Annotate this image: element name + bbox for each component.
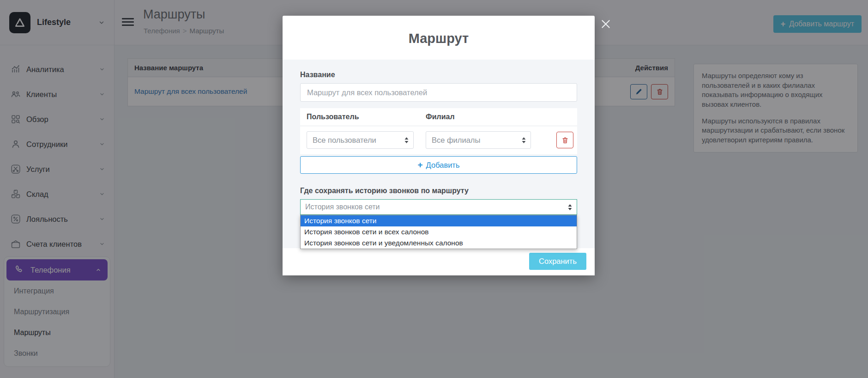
delete-row-button[interactable] [556, 132, 573, 148]
user-select[interactable]: Все пользователи [307, 131, 414, 149]
select-arrows-icon [522, 137, 526, 143]
plus-icon: + [417, 160, 422, 170]
history-options-list: История звонков сети История звонков сет… [300, 215, 577, 249]
branch-select-value: Все филиалы [432, 136, 480, 145]
select-arrows-icon [404, 137, 409, 143]
column-header-branch: Филиал [426, 113, 531, 121]
history-select[interactable]: История звонков сети [300, 199, 577, 215]
route-modal: Маршрут Название Пользователь Филиал Все… [283, 16, 595, 275]
user-branch-card: Пользователь Филиал Все пользователи Все… [300, 108, 577, 154]
column-header-user: Пользователь [307, 113, 414, 121]
history-option[interactable]: История звонков сети [301, 215, 577, 226]
modal-footer: Сохранить [283, 248, 595, 275]
save-button[interactable]: Сохранить [529, 253, 586, 270]
route-name-input[interactable] [300, 83, 577, 102]
branch-select[interactable]: Все филиалы [426, 131, 531, 149]
history-select-value: История звонков сети [305, 203, 380, 211]
add-row-button[interactable]: + Добавить [300, 156, 577, 174]
user-select-value: Все пользователи [313, 136, 376, 145]
user-branch-header-row: Пользователь Филиал [300, 108, 577, 126]
select-arrows-icon [568, 204, 572, 210]
modal-title: Маршрут [409, 31, 469, 46]
history-label: Где сохранять историю звонков по маршрут… [300, 187, 577, 195]
add-row-button-label: Добавить [426, 161, 460, 170]
name-label: Название [300, 71, 577, 79]
modal-body: Название Пользователь Филиал Все пользов… [283, 60, 595, 248]
close-icon[interactable] [600, 18, 612, 30]
history-dropdown: История звонков сети История звонков сет… [300, 199, 577, 215]
user-branch-row: Все пользователи Все филиалы [300, 126, 577, 154]
trash-icon [561, 136, 569, 144]
modal-header: Маршрут [283, 16, 595, 60]
history-option[interactable]: История звонков сети и всех салонов [301, 226, 577, 238]
history-option[interactable]: История звонков сети и уведомленных сало… [301, 238, 577, 249]
